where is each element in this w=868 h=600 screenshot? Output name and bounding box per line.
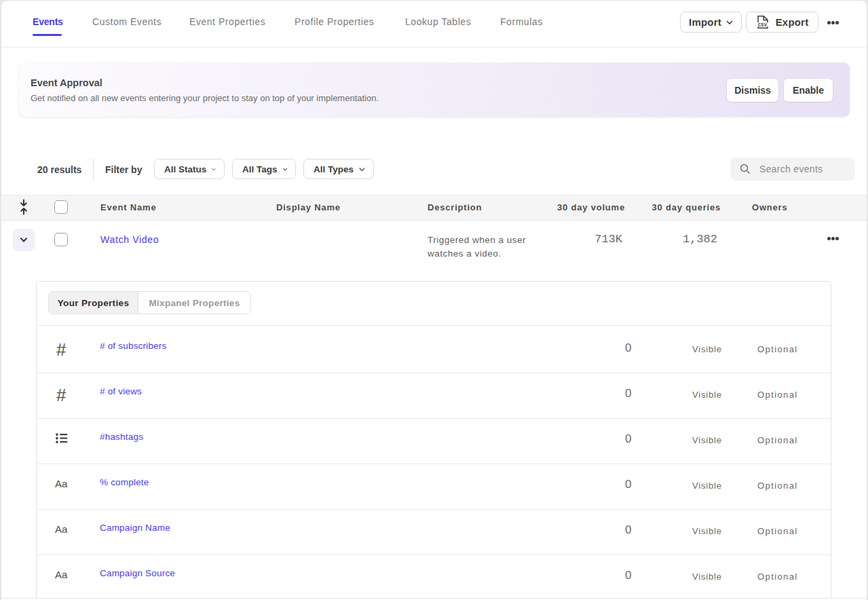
svg-text:CSV: CSV xyxy=(758,22,768,28)
